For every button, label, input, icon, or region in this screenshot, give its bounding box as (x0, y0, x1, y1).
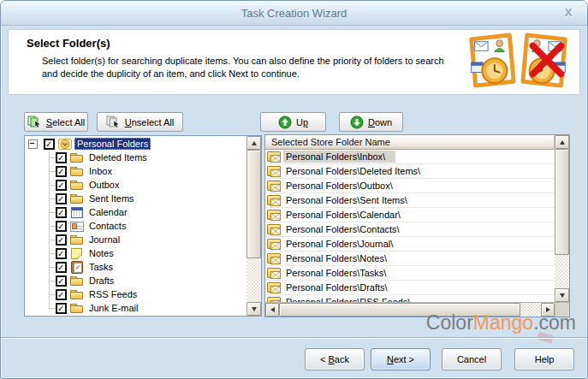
list-column-header[interactable]: Selected Store Folder Name (265, 135, 555, 150)
list-item-label: Personal Folders\Outbox\ (283, 180, 395, 192)
mail-folder-icon (267, 151, 282, 163)
list-item[interactable]: Personal Folders\Tasks\ (265, 266, 555, 281)
scrollbar-thumb[interactable] (555, 149, 569, 255)
tree-item[interactable]: Inbox (25, 164, 246, 178)
scroll-up-icon[interactable] (246, 136, 261, 150)
list-item[interactable]: Personal Folders\Inbox\ (265, 150, 555, 164)
checkbox-checked[interactable] (56, 152, 67, 163)
checkbox-checked[interactable] (56, 248, 67, 259)
list-item[interactable]: Personal Folders\Calendar\ (265, 208, 555, 222)
tree-item-label: Calendar (86, 206, 130, 218)
titlebar[interactable]: Task Creation Wizard X (1, 1, 587, 26)
select-all-label: Select All (46, 117, 85, 127)
checkbox-checked[interactable] (56, 289, 67, 300)
scroll-up-icon[interactable] (555, 135, 569, 149)
scroll-left-icon[interactable] (265, 303, 279, 317)
header-illustrations (464, 33, 573, 89)
list-item[interactable]: Personal Folders\RSS Feeds\ (265, 295, 555, 302)
list-item[interactable]: Personal Folders\Outbox\ (265, 179, 555, 193)
cancel-button[interactable]: Cancel (442, 348, 502, 370)
list-item-label: Personal Folders\Deleted Items\ (283, 165, 423, 177)
help-button[interactable]: Help (514, 348, 574, 370)
calendar-icon (70, 206, 84, 218)
tree-item[interactable]: Outbox (25, 178, 246, 192)
tree-item-label: Tasks (86, 261, 116, 273)
outlook-duplicate-icon (464, 33, 517, 89)
list-item[interactable]: Personal Folders\Drafts\ (265, 281, 555, 295)
tree-item[interactable]: Tasks (25, 260, 246, 274)
collapse-icon[interactable] (28, 139, 38, 149)
screenshot-stage: Task Creation Wizard X Select Folder(s) … (0, 0, 588, 379)
tree-item-label: Personal Folders (74, 138, 151, 150)
tree-item-label: Junk E-mail (86, 302, 140, 314)
checkbox-checked[interactable] (56, 207, 67, 218)
tree-item-label: Contacts (86, 220, 128, 232)
checkbox-checked[interactable] (56, 262, 67, 273)
tree-item[interactable]: Notes (25, 246, 246, 260)
list-item[interactable]: Personal Folders\Notes\ (265, 252, 555, 266)
list-item-label: Personal Folders\RSS Feeds\ (283, 296, 413, 302)
tree-item[interactable]: Sent Items (25, 192, 246, 205)
tree-item[interactable]: RSS Feeds (25, 287, 246, 301)
checkbox-checked[interactable] (56, 180, 67, 191)
list-item-label: Personal Folders\Drafts\ (283, 281, 390, 293)
tree-vertical-scrollbar[interactable] (246, 136, 261, 316)
list-item[interactable]: Personal Folders\Journal\ (265, 237, 555, 252)
list-item-label: Personal Folders\Tasks\ (283, 267, 389, 279)
list-item[interactable]: Personal Folders\Deleted Items\ (265, 164, 555, 179)
page-title: Select Folder(s) (27, 37, 110, 50)
footer-divider (1, 337, 587, 339)
list-item[interactable]: Personal Folders\Sent Items\ (265, 193, 555, 208)
task-creation-wizard-dialog: Task Creation Wizard X Select Folder(s) … (0, 0, 588, 379)
window-title: Task Creation Wizard (241, 7, 347, 20)
page-description: Select folder(s) for searching duplicate… (42, 55, 448, 80)
list-item-label: Personal Folders\Journal\ (283, 238, 395, 250)
list-item-label: Personal Folders\Notes\ (283, 252, 389, 264)
tree-item-label: Inbox (86, 165, 115, 177)
unselect-all-label: Unselect All (125, 117, 174, 127)
checkbox-checked[interactable] (56, 221, 67, 232)
scrollbar-thumb[interactable] (246, 150, 261, 258)
list-item[interactable]: Personal Folders\Contacts\ (265, 222, 555, 237)
scroll-down-icon[interactable] (555, 288, 569, 302)
checkbox-checked[interactable] (56, 193, 67, 204)
folder-tree-viewport: Personal Folders Deleted Items Inbox Out… (25, 137, 246, 316)
folder-icon (70, 179, 84, 191)
tree-item[interactable]: Deleted Items (25, 151, 246, 164)
tree-item-label: Drafts (86, 275, 116, 287)
checkbox-checked[interactable] (44, 139, 55, 150)
move-down-button[interactable]: Down (339, 112, 403, 132)
next-button[interactable]: Next > (371, 348, 431, 370)
tree-item-root[interactable]: Personal Folders (25, 137, 246, 151)
folder-icon (70, 192, 84, 204)
checkbox-checked[interactable] (56, 234, 67, 246)
mail-folder-icon (267, 296, 282, 302)
mail-folder-icon (267, 194, 282, 206)
tree-item[interactable]: Journal (25, 233, 246, 246)
scroll-down-icon[interactable] (246, 302, 261, 316)
outlook-store-icon (58, 138, 72, 150)
select-all-button[interactable]: Select All (24, 112, 88, 132)
unselect-all-button[interactable]: Unselect All (97, 112, 183, 132)
mail-folder-icon (267, 209, 282, 221)
list-item-label: Personal Folders\Sent Items\ (283, 194, 410, 206)
tree-item-label: Notes (86, 247, 116, 259)
tree-item-label: Journal (86, 234, 122, 246)
tree-item[interactable]: Junk E-mail (25, 301, 246, 315)
close-icon[interactable]: X (557, 4, 579, 21)
checkbox-checked[interactable] (56, 303, 67, 314)
tree-item[interactable]: Contacts (25, 219, 246, 233)
checkbox-checked[interactable] (56, 166, 67, 177)
move-up-button[interactable]: Up (260, 112, 326, 132)
checkbox-checked[interactable] (56, 275, 67, 287)
mail-folder-icon (267, 238, 282, 250)
back-button[interactable]: < Back (305, 348, 365, 370)
tree-item[interactable]: Drafts (25, 274, 246, 287)
mail-folder-icon (267, 180, 282, 192)
list-vertical-scrollbar[interactable] (555, 135, 569, 302)
folder-icon (70, 288, 84, 300)
tree-item[interactable]: Calendar (25, 205, 246, 219)
tree-item-label: Deleted Items (86, 151, 150, 163)
folder-icon (70, 234, 84, 246)
folder-icon (70, 151, 84, 163)
